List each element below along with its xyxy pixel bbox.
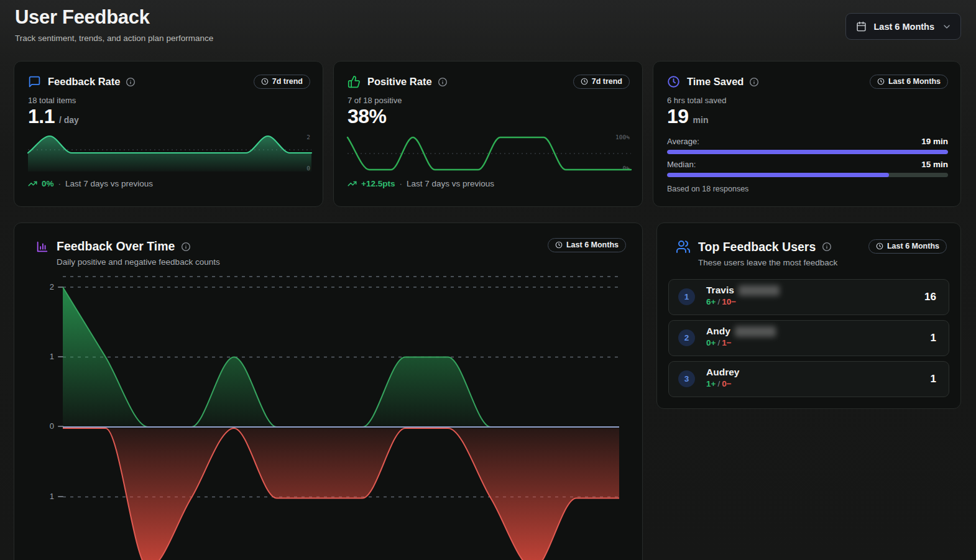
average-label: Average: [667,137,699,146]
bar-chart-icon [35,240,49,254]
user-row[interactable]: 2 Andy 0+/1− 1 [668,320,949,356]
user-feedback-stats: 1+/0− [706,379,732,388]
top-feedback-users-card: Top Feedback Users These users leave the… [656,223,961,409]
range-badge[interactable]: Last 6 Months [868,239,947,254]
feedback-rate-card: Feedback Rate 7d trend 18 total items 1.… [14,61,323,207]
delta-caption: Last 7 days vs previous [407,179,494,188]
median-value: 15 min [921,160,948,169]
user-row[interactable]: 3 Audrey 1+/0− 1 [668,361,949,397]
time-saved-value: 19 [667,105,689,128]
date-range-selector[interactable]: Last 6 Months [845,13,961,40]
positive-count-label: 7 of 18 positive [348,96,402,105]
card-title: Positive Rate [367,76,432,88]
positive-rate-sparkline: 100% 0% [348,134,631,174]
range-badge[interactable]: Last 6 Months [870,75,948,89]
chevron-down-icon [942,22,952,32]
info-icon[interactable] [749,77,759,87]
positive-rate-value: 38% [348,105,387,128]
section-subtitle: Daily positive and negative feedback cou… [57,257,220,267]
median-progress-bar [667,173,948,177]
users-icon [676,239,691,254]
trend-badge[interactable]: 7d trend [254,75,310,89]
positive-rate-card: Positive Rate 7d trend 7 of 18 positive … [333,61,643,207]
redacted-name [739,285,780,296]
rank-badge: 2 [678,329,695,346]
user-name: Andy [706,326,776,337]
clock-small-icon [555,241,563,249]
thumbs-up-icon [348,75,361,88]
calendar-icon [856,21,867,32]
total-items-label: 18 total items [28,96,76,105]
section-title: Feedback Over Time [57,239,175,254]
time-saved-unit: min [693,115,709,125]
average-value: 19 min [921,137,948,146]
y-axis-tick: 0 [35,421,54,431]
rank-badge: 3 [678,370,695,387]
section-title: Top Feedback Users [698,240,816,254]
clock-small-icon [876,242,883,250]
total-saved-label: 6 hrs total saved [667,96,726,105]
user-name: Audrey [706,367,739,378]
trending-up-icon [348,179,357,188]
feedback-over-time-plot[interactable] [63,276,619,560]
range-badge[interactable]: Last 6 Months [548,238,626,252]
y-axis-tick: 2 [35,282,54,291]
time-saved-card: Time Saved Last 6 Months 6 hrs total sav… [653,61,961,207]
clock-icon [667,75,680,88]
feedback-count: 1 [931,332,936,344]
card-title: Feedback Rate [48,76,120,88]
rank-badge: 1 [678,288,695,305]
page-subtitle: Track sentiment, trends, and action plan… [15,34,213,43]
clock-small-icon [581,78,588,85]
average-progress-bar [667,150,948,154]
clock-small-icon [877,78,885,85]
median-label: Median: [667,160,696,169]
y-axis-tick: 1 [35,492,54,501]
trend-badge[interactable]: 7d trend [573,75,630,89]
user-feedback-stats: 6+/10− [706,297,736,306]
delta-caption: Last 7 days vs previous [65,179,153,188]
feedback-count: 1 [931,373,936,385]
info-icon[interactable] [126,77,136,87]
trending-up-icon [28,179,37,188]
feedback-count: 16 [924,291,936,303]
feedback-rate-value: 1.1 [28,105,55,128]
info-icon[interactable] [181,242,191,252]
feedback-rate-sparkline: 2 0 [28,134,311,174]
user-feedback-stats: 0+/1− [706,338,732,347]
page-title: User Feedback [15,6,150,29]
user-row[interactable]: 1 Travis 6+/10− 16 [668,279,949,315]
y-axis-tick: 1 [35,352,54,361]
redacted-name [735,326,776,337]
date-range-label: Last 6 Months [874,22,934,32]
delta-value: 0% [42,179,54,188]
user-name: Travis [706,285,780,296]
delta-value: +12.5pts [361,179,395,188]
card-title: Time Saved [687,76,744,88]
info-icon[interactable] [438,77,448,87]
responses-footnote: Based on 18 responses [667,185,748,193]
user-feedback-dashboard: User Feedback Track sentiment, trends, a… [0,0,976,560]
message-square-icon [28,75,41,88]
feedback-rate-unit: / day [59,115,79,125]
section-subtitle: These users leave the most feedback [698,258,837,267]
clock-small-icon [261,78,269,85]
feedback-over-time-card: Feedback Over Time Daily positive and ne… [14,223,643,560]
info-icon[interactable] [822,242,832,252]
